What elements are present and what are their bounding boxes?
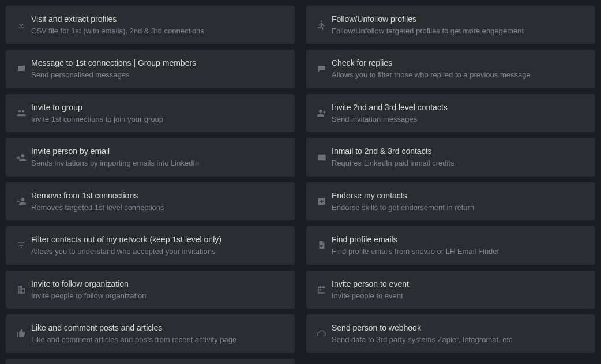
card-text: Invite to follow organizationInvite peop… — [31, 279, 286, 301]
action-card[interactable]: Check for repliesAllows you to filter th… — [306, 50, 595, 88]
action-card[interactable]: Invite to follow organizationInvite peop… — [6, 271, 295, 309]
card-description: Removes targeted 1st level connections — [31, 202, 286, 213]
action-grid: Visit and extract profilesCSV file for 1… — [6, 6, 595, 364]
card-description: Allows you to filter those who replied t… — [332, 70, 586, 80]
card-description: Like and comment articles and posts from… — [31, 335, 286, 345]
building-icon — [12, 284, 31, 295]
card-description: Invite people to follow organization — [31, 291, 286, 301]
message-icon — [12, 64, 31, 74]
card-text: Endorse my contactsEndorse skills to get… — [332, 190, 586, 212]
card-description: Find profile emails from snov.io or LH E… — [332, 246, 586, 257]
card-text: Inmail to 2nd & 3rd contactsRequires Lin… — [332, 146, 586, 168]
card-text: Visit and extract profilesCSV file for 1… — [31, 14, 286, 36]
card-title: Endorse my contacts — [332, 190, 586, 201]
card-text: Send person to webhookSend data to 3rd p… — [332, 322, 586, 344]
chat-icon — [312, 64, 332, 74]
card-title: Follow/Unfollow profiles — [332, 14, 586, 25]
card-description: Invite 1st connections to join your grou… — [31, 114, 286, 125]
plus-box-icon — [312, 196, 332, 207]
card-title: Send person to webhook — [332, 322, 586, 333]
card-title: Find profile emails — [332, 234, 586, 245]
person-remove-icon — [12, 196, 31, 207]
card-text: Message to 1st connections | Group membe… — [31, 58, 286, 80]
action-card[interactable]: Visit and extract profilesCSV file for 1… — [6, 6, 295, 44]
card-title: Invite person by email — [31, 146, 286, 157]
filter-icon — [12, 240, 31, 250]
action-card[interactable]: Inmail to 2nd & 3rd contactsRequires Lin… — [306, 138, 595, 176]
card-title: Check for replies — [332, 58, 586, 69]
mail-icon — [312, 152, 332, 163]
card-title: Invite to group — [31, 102, 286, 113]
card-title: Message to 1st connections | Group membe… — [31, 58, 286, 69]
action-card[interactable]: Like and comment posts and articlesLike … — [6, 314, 295, 352]
card-text: Follow/Unfollow profilesFollow/Unfollow … — [332, 14, 586, 36]
card-text: Check for repliesAllows you to filter th… — [332, 58, 586, 80]
card-description: Endorse skills to get endorsement in ret… — [332, 202, 586, 213]
action-card[interactable]: Message to 1st connections | Group membe… — [6, 50, 295, 88]
action-card[interactable]: Remove from 1st connectionsRemoves targe… — [6, 182, 295, 220]
action-card[interactable]: Filter contacts out of my network (keep … — [6, 226, 295, 264]
card-description: Allows you to understand who accepted yo… — [31, 246, 286, 257]
action-card[interactable]: Delay between actionsChecks when an indi… — [6, 359, 295, 365]
download-icon — [12, 20, 31, 30]
card-description: Send invitation messages — [332, 114, 586, 125]
action-card[interactable]: Invite 2nd and 3rd level contactsSend in… — [306, 94, 595, 132]
card-description: Follow/Unfollow targeted profiles to get… — [332, 26, 586, 36]
card-title: Invite person to event — [332, 279, 586, 290]
card-text: Invite person to eventInvite people to e… — [332, 279, 586, 301]
action-card[interactable]: Invite to groupInvite 1st connections to… — [6, 94, 295, 132]
card-description: Sends invitations by importing emails in… — [31, 158, 286, 168]
file-search-icon — [312, 240, 332, 250]
card-title: Invite 2nd and 3rd level contacts — [332, 102, 586, 113]
card-text: Find profile emailsFind profile emails f… — [332, 234, 586, 256]
action-card[interactable]: Find profile emailsFind profile emails f… — [306, 226, 595, 264]
person-add-icon — [12, 152, 31, 163]
card-text: Invite person by emailSends invitations … — [31, 146, 286, 168]
card-description: Requires LinkedIn paid inmail credits — [332, 158, 586, 168]
card-title: Like and comment posts and articles — [31, 322, 286, 333]
run-icon — [312, 20, 332, 30]
thumb-up-icon — [12, 328, 31, 339]
card-description: Send data to 3rd party systems Zapier, I… — [332, 335, 586, 345]
card-description: Invite people to event — [332, 291, 586, 301]
card-title: Filter contacts out of my network (keep … — [31, 234, 286, 245]
person-plus-icon — [312, 108, 332, 118]
card-text: Like and comment posts and articlesLike … — [31, 322, 286, 344]
group-icon — [12, 108, 31, 118]
card-text: Invite 2nd and 3rd level contactsSend in… — [332, 102, 586, 124]
action-card[interactable]: Send person to webhookSend data to 3rd p… — [306, 314, 595, 352]
cloud-icon — [312, 328, 332, 339]
card-text: Remove from 1st connectionsRemoves targe… — [31, 190, 286, 212]
card-description: Send personalised messages — [31, 70, 286, 80]
card-text: Invite to groupInvite 1st connections to… — [31, 102, 286, 124]
card-description: CSV file for 1st (with emails), 2nd & 3r… — [31, 26, 286, 36]
card-title: Invite to follow organization — [31, 279, 286, 290]
calendar-icon — [312, 284, 332, 295]
right-column: Follow/Unfollow profilesFollow/Unfollow … — [306, 6, 595, 364]
action-card[interactable]: Endorse my contactsEndorse skills to get… — [306, 182, 595, 220]
action-card[interactable]: Invite person by emailSends invitations … — [6, 138, 295, 176]
action-card[interactable]: Follow/Unfollow profilesFollow/Unfollow … — [306, 6, 595, 44]
action-card[interactable]: Invite person to eventInvite people to e… — [306, 271, 595, 309]
card-title: Inmail to 2nd & 3rd contacts — [332, 146, 586, 157]
card-title: Visit and extract profiles — [31, 14, 286, 25]
left-column: Visit and extract profilesCSV file for 1… — [6, 6, 295, 364]
card-text: Filter contacts out of my network (keep … — [31, 234, 286, 256]
card-title: Remove from 1st connections — [31, 190, 286, 201]
